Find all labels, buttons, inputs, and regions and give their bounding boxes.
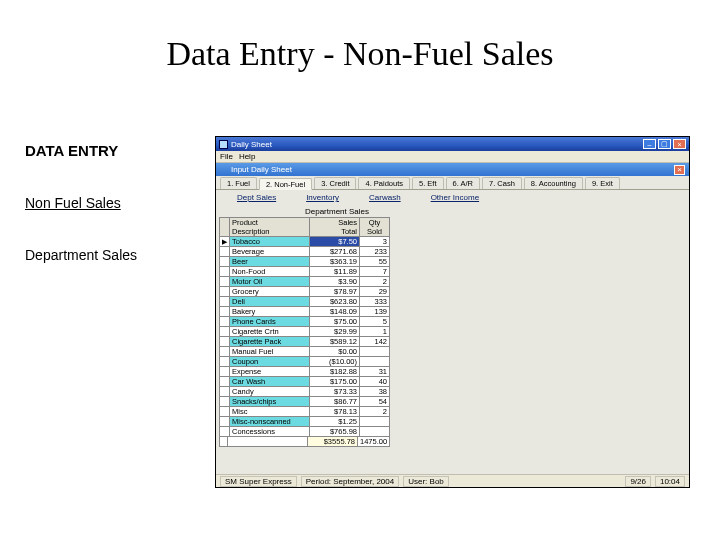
- tab-cash[interactable]: 7. Cash: [482, 177, 522, 189]
- cell-desc[interactable]: Manual Fuel: [230, 347, 310, 357]
- cell-desc[interactable]: Candy: [230, 387, 310, 397]
- menu-file[interactable]: File: [220, 152, 233, 161]
- cell-desc[interactable]: Beer: [230, 257, 310, 267]
- cell-sales[interactable]: ($10.00): [310, 357, 360, 367]
- close-button[interactable]: ×: [673, 139, 686, 149]
- table-row[interactable]: Manual Fuel$0.00: [220, 347, 390, 357]
- cell-sales[interactable]: $73.33: [310, 387, 360, 397]
- cell-sales[interactable]: $29.99: [310, 327, 360, 337]
- cell-sales[interactable]: $78.97: [310, 287, 360, 297]
- table-row[interactable]: Bakery$148.09139: [220, 307, 390, 317]
- cell-desc[interactable]: Cigarette Pack: [230, 337, 310, 347]
- cell-desc[interactable]: Bakery: [230, 307, 310, 317]
- table-row[interactable]: Phone Cards$75.005: [220, 317, 390, 327]
- cell-sales[interactable]: $363.19: [310, 257, 360, 267]
- cell-sales[interactable]: $148.09: [310, 307, 360, 317]
- cell-qty[interactable]: [360, 357, 390, 367]
- cell-desc[interactable]: Coupon: [230, 357, 310, 367]
- table-row[interactable]: Candy$73.3338: [220, 387, 390, 397]
- table-row[interactable]: Misc-nonscanned$1.25: [220, 417, 390, 427]
- cell-desc[interactable]: Non-Food: [230, 267, 310, 277]
- tab-paidouts[interactable]: 4. Paidouts: [358, 177, 410, 189]
- table-row[interactable]: Car Wash$175.0040: [220, 377, 390, 387]
- tab-fuel[interactable]: 1. Fuel: [220, 177, 257, 189]
- minimize-button[interactable]: –: [643, 139, 656, 149]
- cell-sales[interactable]: $175.00: [310, 377, 360, 387]
- cell-qty[interactable]: 29: [360, 287, 390, 297]
- cell-qty[interactable]: 2: [360, 407, 390, 417]
- cell-qty[interactable]: 54: [360, 397, 390, 407]
- link-dept-sales[interactable]: Dept Sales: [237, 193, 276, 203]
- cell-qty[interactable]: [360, 427, 390, 437]
- cell-qty[interactable]: 139: [360, 307, 390, 317]
- cell-qty[interactable]: 55: [360, 257, 390, 267]
- table-row[interactable]: Cigarette Pack$589.12142: [220, 337, 390, 347]
- cell-desc[interactable]: Misc-nonscanned: [230, 417, 310, 427]
- cell-qty[interactable]: 31: [360, 367, 390, 377]
- cell-sales[interactable]: $86.77: [310, 397, 360, 407]
- tab-ar[interactable]: 6. A/R: [446, 177, 480, 189]
- table-row[interactable]: Misc$78.132: [220, 407, 390, 417]
- cell-qty[interactable]: 142: [360, 337, 390, 347]
- cell-desc[interactable]: Misc: [230, 407, 310, 417]
- cell-sales[interactable]: $765.98: [310, 427, 360, 437]
- cell-sales[interactable]: $271.68: [310, 247, 360, 257]
- cell-desc[interactable]: Beverage: [230, 247, 310, 257]
- cell-qty[interactable]: 38: [360, 387, 390, 397]
- tab-non-fuel[interactable]: 2. Non-Fuel: [259, 178, 312, 190]
- table-row[interactable]: Expense$182.8831: [220, 367, 390, 377]
- table-row[interactable]: Cigarette Crtn$29.991: [220, 327, 390, 337]
- cell-qty[interactable]: 1: [360, 327, 390, 337]
- cell-desc[interactable]: Concessions: [230, 427, 310, 437]
- menu-help[interactable]: Help: [239, 152, 255, 161]
- cell-qty[interactable]: 40: [360, 377, 390, 387]
- table-row[interactable]: Snacks/chips$86.7754: [220, 397, 390, 407]
- cell-sales[interactable]: $0.00: [310, 347, 360, 357]
- cell-qty[interactable]: 233: [360, 247, 390, 257]
- sales-table[interactable]: ProductDescription SalesTotal QtySold ▶T…: [219, 217, 390, 437]
- cell-sales[interactable]: $78.13: [310, 407, 360, 417]
- cell-sales[interactable]: $11.89: [310, 267, 360, 277]
- table-row[interactable]: Concessions$765.98: [220, 427, 390, 437]
- link-carwash[interactable]: Carwash: [369, 193, 401, 203]
- table-row[interactable]: Grocery$78.9729: [220, 287, 390, 297]
- cell-sales[interactable]: $75.00: [310, 317, 360, 327]
- cell-qty[interactable]: 5: [360, 317, 390, 327]
- tab-credit[interactable]: 3. Credit: [314, 177, 356, 189]
- cell-sales[interactable]: $3.90: [310, 277, 360, 287]
- cell-qty[interactable]: 2: [360, 277, 390, 287]
- cell-desc[interactable]: Cigarette Crtn: [230, 327, 310, 337]
- cell-sales[interactable]: $182.88: [310, 367, 360, 377]
- cell-sales[interactable]: $589.12: [310, 337, 360, 347]
- cell-desc[interactable]: Motor Oil: [230, 277, 310, 287]
- tab-exit[interactable]: 9. Exit: [585, 177, 620, 189]
- cell-sales[interactable]: $1.25: [310, 417, 360, 427]
- table-row[interactable]: Beer$363.1955: [220, 257, 390, 267]
- table-row[interactable]: Motor Oil$3.902: [220, 277, 390, 287]
- cell-qty[interactable]: [360, 347, 390, 357]
- link-inventory[interactable]: Inventory: [306, 193, 339, 203]
- cell-desc[interactable]: Expense: [230, 367, 310, 377]
- cell-qty[interactable]: 7: [360, 267, 390, 277]
- maximize-button[interactable]: ▢: [658, 139, 671, 149]
- table-row[interactable]: ▶Tobacco$7.503: [220, 237, 390, 247]
- table-row[interactable]: Deli$623.80333: [220, 297, 390, 307]
- cell-desc[interactable]: Deli: [230, 297, 310, 307]
- cell-desc[interactable]: Phone Cards: [230, 317, 310, 327]
- tab-eft[interactable]: 5. Eft: [412, 177, 444, 189]
- cell-qty[interactable]: 3: [360, 237, 390, 247]
- table-row[interactable]: Beverage$271.68233: [220, 247, 390, 257]
- cell-sales[interactable]: $623.80: [310, 297, 360, 307]
- table-row[interactable]: Coupon($10.00): [220, 357, 390, 367]
- cell-desc[interactable]: Car Wash: [230, 377, 310, 387]
- panel-close-button[interactable]: ×: [674, 165, 685, 175]
- cell-desc[interactable]: Grocery: [230, 287, 310, 297]
- cell-qty[interactable]: [360, 417, 390, 427]
- cell-desc[interactable]: Snacks/chips: [230, 397, 310, 407]
- tab-accounting[interactable]: 8. Accounting: [524, 177, 583, 189]
- sidebar-link-non-fuel[interactable]: Non Fuel Sales: [25, 195, 195, 211]
- cell-sales[interactable]: $7.50: [310, 237, 360, 247]
- cell-desc[interactable]: Tobacco: [230, 237, 310, 247]
- table-row[interactable]: Non-Food$11.897: [220, 267, 390, 277]
- link-other-income[interactable]: Other Income: [431, 193, 479, 203]
